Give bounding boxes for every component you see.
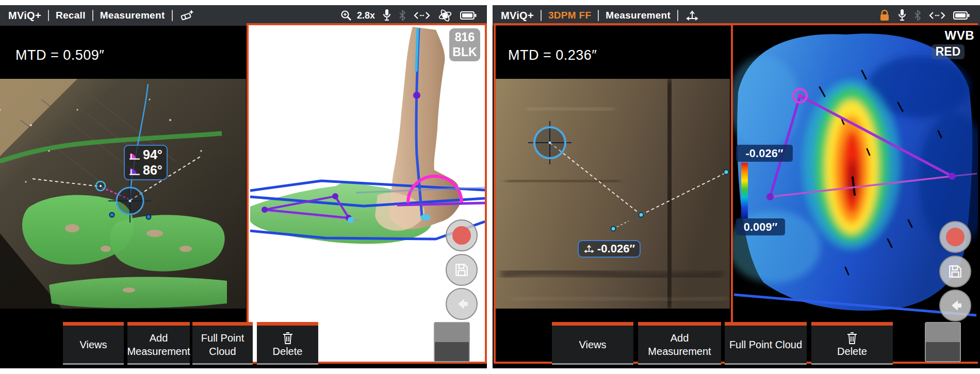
split-view-thumbnail[interactable] — [434, 322, 470, 362]
full-point-cloud-button[interactable]: Full Point Cloud — [192, 322, 253, 365]
full-point-cloud-label: Full Point Cloud — [729, 338, 802, 351]
depth-assist-icon[interactable] — [685, 9, 699, 22]
angle-row-1: 94° — [129, 147, 162, 162]
back-arrow-icon — [454, 296, 469, 312]
record-icon — [452, 226, 471, 245]
angle-row-2: 86° — [129, 163, 162, 178]
record-button[interactable] — [939, 221, 971, 253]
thumbnail-top — [926, 323, 960, 342]
back-button[interactable] — [939, 290, 971, 321]
view-state-badge[interactable]: 816 BLK — [449, 28, 480, 61]
menu-item-measurement[interactable]: Measurement — [606, 10, 671, 21]
views-label: Views — [579, 338, 607, 351]
delete-button[interactable]: Delete — [811, 322, 893, 365]
menu-item-3dpm-ff[interactable]: 3DPM FF — [548, 10, 591, 21]
cyan-endpoint — [420, 214, 431, 220]
orbit-3d-icon — [438, 9, 452, 22]
full-point-cloud-label: Full Point Cloud — [195, 331, 250, 358]
mtd-readout: MTD = 0.509″ — [15, 47, 104, 63]
record-icon — [946, 228, 965, 246]
angle2-icon — [129, 165, 140, 176]
view-state-red[interactable]: RED — [932, 44, 965, 59]
lock-icon — [879, 9, 890, 22]
split-view-thumbnail[interactable] — [925, 322, 961, 362]
delete-label: Delete — [837, 345, 867, 358]
scale-min-label: 0.009″ — [736, 218, 785, 235]
bluetooth-icon — [399, 10, 406, 21]
angle-measurement-label[interactable]: 94° 86° — [124, 145, 168, 180]
back-button[interactable] — [446, 288, 478, 320]
microphone-icon — [898, 9, 906, 22]
screenshot-pair: MViQ+ Recall Measurement — [0, 0, 980, 374]
depth-color-scale — [741, 163, 748, 218]
microphone-icon — [383, 9, 391, 22]
link-arrows-icon — [929, 11, 945, 20]
thumbnail-bottom — [926, 342, 960, 361]
views-label: Views — [80, 338, 107, 351]
scale-max-label: -0.026″ — [736, 145, 793, 162]
menu-divider — [541, 10, 542, 21]
save-button[interactable] — [939, 256, 971, 287]
back-arrow-icon — [948, 298, 963, 313]
floppy-save-icon — [454, 262, 469, 278]
record-button[interactable] — [446, 219, 478, 251]
add-measurement-label: Add Measurement — [127, 331, 190, 358]
cursor-point-marker[interactable] — [96, 181, 105, 191]
bluetooth-icon — [914, 10, 921, 21]
angle1-value: 94° — [143, 147, 162, 162]
menu-divider — [172, 10, 173, 21]
left-top-bar: MViQ+ Recall Measurement — [0, 5, 487, 26]
save-button[interactable] — [446, 254, 478, 286]
views-button[interactable]: Views — [552, 322, 633, 365]
right-screenshot: MViQ+ 3DPM FF Measurement — [493, 5, 980, 368]
menu-divider — [598, 10, 599, 21]
zoom-magnifier-icon — [340, 9, 352, 22]
right-status-cluster — [879, 9, 975, 22]
right-top-bar: MViQ+ 3DPM FF Measurement — [493, 5, 980, 26]
floppy-save-icon — [948, 264, 963, 279]
annotation-eraser-icon[interactable] — [179, 9, 195, 22]
angle2-value: 86° — [143, 163, 162, 178]
thumbnail-bottom — [435, 342, 469, 361]
full-point-cloud-button[interactable]: Full Point Cloud — [725, 322, 807, 365]
add-measurement-button[interactable]: Add Measurement — [638, 322, 721, 365]
menu-divider — [92, 10, 93, 21]
menu-item-recall[interactable]: Recall — [56, 10, 86, 21]
brand-logo: MViQ+ — [501, 10, 534, 22]
view-state-wvb[interactable]: WVB — [936, 28, 974, 43]
add-measurement-label: Add Measurement — [641, 331, 718, 358]
brand-logo: MViQ+ — [8, 10, 41, 22]
battery-icon — [460, 11, 477, 20]
views-button[interactable]: Views — [63, 322, 124, 365]
thumbnail-top — [435, 323, 469, 342]
left-screenshot: MViQ+ Recall Measurement — [0, 5, 487, 368]
cyan-axis-highlight — [416, 28, 418, 72]
menu-item-measurement[interactable]: Measurement — [100, 10, 165, 21]
menu-divider — [677, 10, 678, 21]
zoom-level-indicator: 2.8x — [357, 10, 375, 21]
add-measurement-button[interactable]: Add Measurement — [127, 322, 190, 365]
link-arrows-icon — [414, 11, 430, 20]
menu-divider — [48, 10, 49, 21]
battery-icon — [953, 11, 970, 20]
badge-line1: 816 — [455, 30, 475, 45]
live-image-pane-border — [494, 23, 734, 364]
upper-measure-point[interactable] — [413, 92, 420, 99]
left-status-cluster: 2.8x — [340, 9, 482, 22]
delete-label: Delete — [273, 345, 303, 358]
badge-line2: BLK — [452, 45, 477, 60]
delete-button[interactable]: Delete — [257, 322, 318, 365]
live-inspection-image[interactable] — [0, 79, 246, 309]
trash-icon — [846, 331, 858, 345]
trash-icon — [282, 331, 294, 345]
angle1-icon — [129, 149, 140, 161]
